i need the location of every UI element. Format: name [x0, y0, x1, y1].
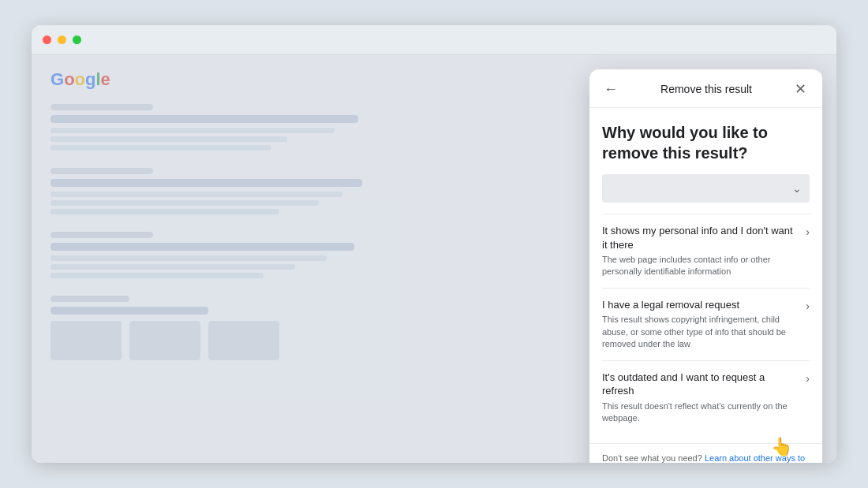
dialog-body: Why would you like to remove this result…: [589, 108, 822, 443]
option-3-arrow-icon: ›: [806, 372, 810, 385]
option-2-text: I have a legal removal request This resu…: [602, 298, 806, 351]
remove-result-dialog: ← Remove this result ✕ Why would you lik…: [589, 69, 822, 463]
option-personal-info[interactable]: It shows my personal info and I don't wa…: [602, 214, 810, 288]
footer-prefix-text: Don't see what you need?: [602, 453, 705, 463]
option-2-desc: This result shows copyright infringement…: [602, 314, 799, 350]
dialog-header-title: Remove this result: [621, 83, 791, 95]
dialog-main-title: Why would you like to remove this result…: [602, 122, 810, 163]
dialog-back-button[interactable]: ←: [600, 80, 621, 98]
option-1-arrow-icon: ›: [806, 225, 810, 238]
option-3-desc: This result doesn't reflect what's curre…: [602, 400, 799, 425]
browser-top-bar: [32, 25, 836, 55]
dialog-close-button[interactable]: ✕: [791, 80, 810, 98]
dialog-footer: Don't see what you need? Learn about oth…: [589, 443, 822, 463]
option-1-text: It shows my personal info and I don't wa…: [602, 224, 806, 278]
option-2-title: I have a legal removal request: [602, 298, 799, 312]
footer-text: Don't see what you need? Learn about oth…: [602, 453, 805, 463]
dialog-header: ← Remove this result ✕: [589, 69, 822, 108]
browser-dot-red[interactable]: [43, 35, 51, 44]
option-1-desc: The web page includes contact info or ot…: [602, 254, 799, 278]
option-2-arrow-icon: ›: [806, 300, 810, 312]
browser-window: Google: [32, 25, 836, 463]
dropdown-selector[interactable]: ⌄: [602, 174, 810, 203]
dropdown-chevron-icon: ⌄: [792, 182, 802, 195]
browser-dot-green[interactable]: [73, 35, 81, 44]
browser-content: Google: [32, 55, 836, 463]
option-3-title: It's outdated and I want to request a re…: [602, 371, 799, 398]
option-1-title: It shows my personal info and I don't wa…: [602, 224, 799, 251]
option-outdated[interactable]: It's outdated and I want to request a re…: [602, 360, 810, 434]
option-3-text: It's outdated and I want to request a re…: [602, 371, 806, 425]
option-legal-removal[interactable]: I have a legal removal request This resu…: [602, 288, 810, 360]
browser-dot-yellow[interactable]: [58, 35, 66, 44]
